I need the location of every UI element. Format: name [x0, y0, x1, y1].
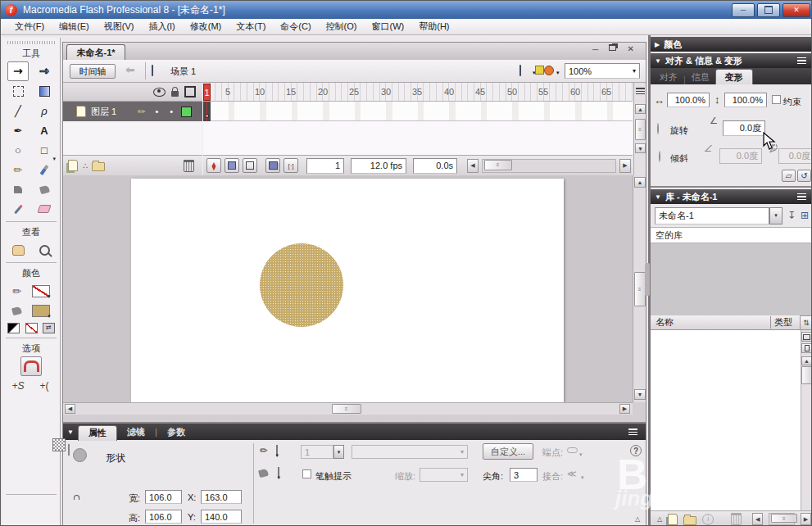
timeline-panel-menu-icon[interactable]: [636, 88, 645, 94]
stroke-hinting-checkbox[interactable]: [302, 469, 311, 478]
library-panel-menu-icon[interactable]: [797, 193, 806, 200]
zoom-tool-button[interactable]: [34, 240, 55, 260]
fill-color-control[interactable]: ▾: [278, 467, 279, 478]
maximize-button[interactable]: [757, 3, 780, 17]
playhead[interactable]: 1: [203, 84, 211, 101]
eraser-tool-button[interactable]: [34, 199, 55, 219]
library-item-list[interactable]: [651, 330, 801, 510]
new-symbol-button[interactable]: [668, 514, 678, 525]
timeline-vscroll-thumb[interactable]: ≡: [635, 119, 646, 140]
timeline-toggle-button[interactable]: 时间轴: [70, 64, 116, 79]
eyedropper-tool-button[interactable]: [7, 199, 29, 219]
timeline-hscroll-track[interactable]: ≡: [482, 159, 616, 173]
elapsed-time-field[interactable]: 0.0s: [413, 158, 457, 174]
rotate-field[interactable]: 0.0度: [723, 120, 765, 136]
stage-hscroll-right-button[interactable]: ▶: [619, 404, 630, 414]
menu-modify[interactable]: 修改(M): [183, 19, 229, 34]
layer-lock-dot[interactable]: •: [170, 107, 173, 116]
x-field[interactable]: 163.0: [201, 490, 242, 504]
item-properties-button[interactable]: i: [702, 514, 714, 525]
pen-tool-button[interactable]: ✒: [7, 120, 29, 140]
menu-insert[interactable]: 插入(I): [141, 19, 182, 34]
menu-view[interactable]: 视图(V): [97, 19, 142, 34]
text-tool-button[interactable]: A: [34, 120, 55, 140]
ait-panel-menu-icon[interactable]: [797, 57, 806, 64]
stroke-style-dropdown[interactable]: ▾: [352, 445, 468, 459]
custom-stroke-button[interactable]: 自定义...: [483, 443, 533, 460]
insert-layer-button[interactable]: [68, 160, 78, 171]
cap-style-icon[interactable]: [567, 447, 578, 453]
skew-y-field[interactable]: 0.0度: [778, 148, 812, 164]
properties-expand-arrow[interactable]: △: [635, 515, 640, 523]
library-document-dropdown[interactable]: 未命名-1: [655, 207, 769, 224]
scale-x-field[interactable]: 100.0%: [667, 93, 710, 107]
doc-restore-button[interactable]: [609, 44, 616, 51]
circle-shape[interactable]: [260, 243, 343, 327]
oval-tool-button[interactable]: ○: [7, 140, 29, 160]
help-button[interactable]: ?: [630, 445, 642, 456]
current-frame-field[interactable]: 1: [306, 158, 344, 174]
properties-collapse-icon[interactable]: ▼: [67, 429, 74, 436]
menu-file[interactable]: 文件(F): [7, 19, 52, 34]
join-dropdown-arrow-icon[interactable]: ▾: [581, 474, 584, 481]
miter-field[interactable]: 3: [510, 468, 538, 482]
scale-y-field[interactable]: 100.0%: [724, 93, 767, 107]
onion-skin-button[interactable]: [225, 158, 239, 173]
library-dropdown-button[interactable]: ▾: [769, 207, 783, 224]
library-sort-order-button[interactable]: ⇅: [800, 315, 812, 330]
color-panel-header[interactable]: ▶ 颜色: [651, 37, 812, 52]
library-col-type[interactable]: 类型: [771, 316, 800, 329]
add-motion-guide-button[interactable]: ∴: [83, 161, 87, 170]
align-info-transform-header[interactable]: ▼ 对齐 & 信息 & 变形: [651, 53, 812, 68]
toolbox-drag-grip[interactable]: [7, 41, 55, 44]
library-narrow-view-button[interactable]: [801, 343, 812, 353]
insert-layer-folder-button[interactable]: [92, 162, 105, 171]
height-field[interactable]: 106.0: [145, 510, 182, 524]
stroke-color-swatch[interactable]: ▾: [32, 285, 50, 297]
y-field[interactable]: 140.0: [201, 510, 242, 524]
join-style-icon[interactable]: ≪: [567, 469, 577, 479]
subselection-tool-button[interactable]: ↖: [34, 61, 55, 81]
library-hscroll-thumb[interactable]: ≡: [771, 514, 797, 523]
edit-scene-button[interactable]: [519, 65, 521, 76]
pin-library-icon[interactable]: ↧: [787, 210, 796, 221]
stroke-color-control[interactable]: ▾: [276, 445, 278, 456]
modify-onion-markers-button[interactable]: [·]: [284, 158, 298, 173]
skew-radio[interactable]: [659, 151, 660, 162]
minimize-button[interactable]: ─: [732, 3, 755, 17]
center-frame-button[interactable]: ⧫: [206, 158, 221, 173]
selection-tool-button[interactable]: ↖: [7, 61, 29, 81]
doc-close-button[interactable]: ✕: [628, 44, 634, 53]
stage-vscroll-thumb[interactable]: ≡: [634, 272, 646, 306]
library-col-name[interactable]: 名称: [651, 316, 771, 329]
menu-commands[interactable]: 命令(C): [273, 19, 318, 34]
fill-color-swatch[interactable]: ▾: [32, 305, 50, 317]
stage-vscroll-track[interactable]: ▲ ≡ ▼: [633, 175, 646, 402]
library-collapse-arrow[interactable]: △: [657, 515, 662, 523]
menu-control[interactable]: 控制(O): [319, 19, 365, 34]
menu-window[interactable]: 窗口(W): [365, 19, 412, 34]
width-field[interactable]: 106.0: [145, 490, 182, 504]
outline-layers-icon[interactable]: [184, 86, 196, 97]
library-wide-view-button[interactable]: [801, 332, 812, 342]
library-hscroll-track[interactable]: ≡: [769, 513, 795, 525]
show-hide-layers-icon[interactable]: [153, 88, 166, 97]
stage-zoom-dropdown[interactable]: 100% ▾: [565, 63, 640, 79]
onion-skin-outlines-button[interactable]: [243, 158, 257, 173]
back-arrow-icon[interactable]: ⬅: [125, 63, 135, 76]
panel-dock-collapse-handle[interactable]: [645, 263, 650, 296]
brush-tool-button[interactable]: [34, 160, 55, 179]
delete-layer-button[interactable]: [184, 160, 194, 172]
hand-tool-button[interactable]: [7, 240, 29, 260]
free-transform-tool-button[interactable]: [7, 81, 29, 101]
default-colors-button[interactable]: [7, 323, 20, 333]
line-tool-button[interactable]: ╱: [7, 101, 29, 120]
swap-colors-button[interactable]: ⇄: [43, 323, 55, 333]
scene-name[interactable]: 场景 1: [170, 66, 196, 78]
scale-dropdown[interactable]: ▾: [420, 468, 468, 482]
close-button[interactable]: ✕: [783, 3, 810, 17]
frame-ruler[interactable]: 5 10 15 20 25 30 35 40 45 50 55 60 65 1: [203, 83, 633, 102]
delete-item-button[interactable]: [731, 513, 742, 525]
tab-properties[interactable]: 属性: [78, 425, 117, 441]
library-vscroll-thumb[interactable]: [801, 366, 812, 384]
